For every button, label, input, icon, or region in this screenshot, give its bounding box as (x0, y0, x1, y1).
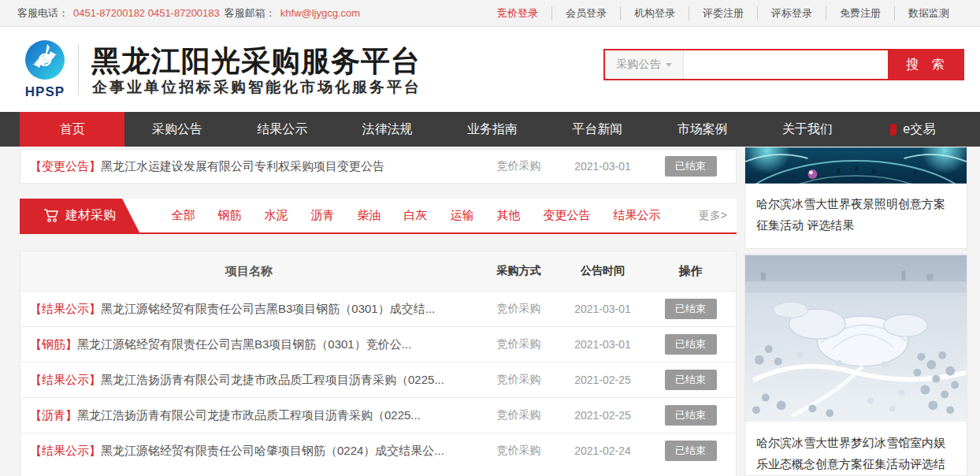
row-method: 竞价采购 (477, 444, 560, 458)
table-row[interactable]: 【结果公示】黑龙江源铭经贸有限责任公司哈肇项目钢筋（0224）成交结果公... … (20, 433, 736, 468)
more-link[interactable]: 更多> (699, 209, 727, 223)
row-title-text: 黑龙江源铭经贸有限责任公司哈肇项目钢筋（0224）成交结果公... (101, 444, 444, 457)
nav-label: 结果公示 (257, 121, 307, 138)
site-subtitle: 企事业单位招标采购智能化市场化服务平台 (92, 77, 421, 98)
tab-all[interactable]: 全部 (160, 208, 206, 223)
row-date: 2021-03-01 (560, 338, 645, 351)
status-badge[interactable]: 已结束 (665, 299, 717, 319)
row-title-text: 黑龙江浩扬沥青有限公司龙捷市政品质工程项目沥青采购（0225... (101, 373, 444, 386)
row-tag: 【钢筋】 (30, 337, 77, 351)
table-row[interactable]: 【沥青】黑龙江浩扬沥青有限公司龙捷市政品质工程项目沥青采购（0225... 竞价… (20, 397, 736, 433)
row-date: 2021-02-25 (560, 374, 645, 386)
link-bidding-login[interactable]: 竞价登录 (484, 6, 551, 20)
row-method: 竞价采购 (477, 337, 560, 351)
link-member-login[interactable]: 会员登录 (551, 6, 620, 20)
nav-label: 市场案例 (677, 121, 728, 138)
tab-asphalt[interactable]: 沥青 (299, 208, 346, 223)
main-nav: 首页 采购公告 结果公示 法律法规 业务指南 平台新闻 市场案例 关于我们 e交… (0, 112, 980, 147)
tab-lime[interactable]: 白灰 (392, 208, 439, 223)
site-logo[interactable]: HPSP (21, 38, 69, 100)
logo-icon (24, 38, 66, 80)
row-title[interactable]: 【钢筋】黑龙江源铭经贸有限责任公司吉黑B3项目钢筋（0301）竞价公... (20, 337, 477, 352)
col-header-action-label: 操作 (679, 264, 703, 279)
row-tag: 【结果公示】 (30, 444, 101, 457)
nav-item-platform-news[interactable]: 平台新闻 (545, 112, 650, 147)
nav-item-about-us[interactable]: 关于我们 (755, 112, 859, 147)
logo-divider (78, 43, 79, 95)
nav-item-business-guide[interactable]: 业务指南 (440, 112, 544, 147)
service-phone-label: 客服电话： (17, 6, 69, 20)
row-title[interactable]: 【结果公示】黑龙江源铭经贸有限责任公司哈肇项目钢筋（0224）成交结果公... (20, 444, 477, 459)
search-button[interactable]: 搜 索 (888, 50, 963, 79)
link-org-login[interactable]: 机构登录 (620, 6, 689, 20)
content-area: 【变更公告】黑龙江水运建设发展有限公司专利权采购项目变更公告 竞价采购 2021… (0, 147, 980, 476)
section-title: 建材采购 (65, 207, 116, 224)
row-tag: 【结果公示】 (30, 373, 101, 386)
topbar-contact: 客服电话： 0451-87200182 0451-87200183 客服邮箱： … (17, 6, 360, 20)
sidebar-news-card[interactable]: 哈尔滨冰雪大世界梦幻冰雪馆室内娱乐业态概念创意方案征集活动评选结果 (744, 254, 967, 476)
tab-transport[interactable]: 运输 (439, 208, 485, 223)
col-header-action: 操作 (645, 264, 736, 279)
ice-world-night-image (745, 147, 967, 184)
col-header-method: 采购方式 (477, 264, 560, 278)
notice-title[interactable]: 【变更公告】黑龙江水运建设发展有限公司专利权采购项目变更公告 (20, 159, 477, 174)
nav-label: 业务指南 (467, 121, 518, 138)
status-badge[interactable]: 已结束 (665, 370, 717, 390)
row-title[interactable]: 【结果公示】黑龙江源铭经贸有限责任公司吉黑B3项目钢筋（0301）成交结... (20, 302, 477, 317)
tab-rebar[interactable]: 钢筋 (206, 208, 253, 223)
tab-result-announcement[interactable]: 结果公示 (602, 208, 672, 223)
building-materials-section-header: 建材采购 全部 钢筋 水泥 沥青 柴油 白灰 运输 其他 变更公告 结果公示 更… (20, 199, 737, 234)
search-category-select[interactable]: 采购公告 (605, 50, 684, 79)
nav-item-home[interactable]: 首页 (20, 112, 124, 147)
nav-item-etrade[interactable]: e交易 (860, 112, 965, 147)
nav-label: e交易 (903, 121, 935, 138)
row-title-text: 黑龙江源铭经贸有限责任公司吉黑B3项目钢筋（0301）成交结... (101, 302, 435, 315)
logo-acronym: HPSP (21, 84, 69, 100)
sidebar-news-card[interactable]: 哈尔滨冰雪大世界夜景照明创意方案征集活动 评选结果 (744, 147, 967, 249)
row-title-text: 黑龙江浩扬沥青有限公司龙捷市政品质工程项目沥青采购（0225... (77, 408, 421, 422)
snow-world-aerial-image (745, 255, 967, 422)
cart-icon (43, 208, 59, 223)
search-input[interactable] (684, 50, 888, 79)
notice-row[interactable]: 【变更公告】黑龙江水运建设发展有限公司专利权采购项目变更公告 竞价采购 2021… (20, 149, 737, 184)
link-evaluation-login[interactable]: 评标登录 (757, 6, 826, 20)
tab-diesel[interactable]: 柴油 (346, 208, 392, 223)
sidebar-card-caption[interactable]: 哈尔滨冰雪大世界梦幻冰雪馆室内娱乐业态概念创意方案征集活动评选结果 (745, 422, 967, 476)
row-tag: 【沥青】 (30, 408, 77, 422)
link-data-monitor[interactable]: 数据监测 (894, 6, 963, 20)
service-email-link[interactable]: khfw@ljygcg.com (280, 7, 360, 19)
section-title-tab[interactable]: 建材采购 (20, 199, 139, 232)
nav-item-laws[interactable]: 法律法规 (335, 112, 440, 147)
row-title[interactable]: 【沥青】黑龙江浩扬沥青有限公司龙捷市政品质工程项目沥青采购（0225... (20, 408, 477, 423)
nav-label: 首页 (60, 121, 85, 138)
status-badge[interactable]: 已结束 (665, 156, 717, 177)
tab-cement[interactable]: 水泥 (253, 208, 299, 223)
row-title-text: 黑龙江源铭经贸有限责任公司吉黑B3项目钢筋（0301）竞价公... (77, 337, 411, 351)
search-box: 采购公告 搜 索 (603, 49, 964, 80)
section-filter-tabs: 全部 钢筋 水泥 沥青 柴油 白灰 运输 其他 变更公告 结果公示 (160, 208, 699, 223)
status-badge[interactable]: 已结束 (665, 405, 717, 426)
table-row[interactable]: 【钢筋】黑龙江源铭经贸有限责任公司吉黑B3项目钢筋（0301）竞价公... 竞价… (20, 326, 736, 362)
search-category-value: 采购公告 (617, 58, 661, 72)
status-badge[interactable]: 已结束 (665, 441, 717, 461)
table-row[interactable]: 【结果公示】黑龙江浩扬沥青有限公司龙捷市政品质工程项目沥青采购（0225... … (20, 362, 736, 397)
nav-item-procurement-notices[interactable]: 采购公告 (124, 112, 229, 147)
status-badge[interactable]: 已结束 (665, 334, 717, 355)
table-header-row: 项目名称 采购方式 公告时间 操作 (20, 251, 736, 291)
service-phone-numbers: 0451-87200182 0451-87200183 (73, 7, 220, 19)
row-date: 2021-02-25 (560, 409, 645, 422)
tab-change-notice[interactable]: 变更公告 (532, 208, 602, 223)
topbar-links: 竞价登录 会员登录 机构登录 评委注册 评标登录 免费注册 数据监测 (484, 6, 963, 20)
col-header-project-name: 项目名称 (20, 264, 477, 279)
tab-other[interactable]: 其他 (485, 208, 532, 223)
row-title[interactable]: 【结果公示】黑龙江浩扬沥青有限公司龙捷市政品质工程项目沥青采购（0225... (20, 373, 477, 388)
link-judge-register[interactable]: 评委注册 (689, 6, 757, 20)
site-header: HPSP 黑龙江阳光采购服务平台 企事业单位招标采购智能化市场化服务平台 采购公… (0, 28, 980, 112)
table-row[interactable]: 【结果公示】黑龙江源铭经贸有限责任公司吉黑B3项目钢筋（0301）成交结... … (20, 291, 736, 326)
row-method: 竞价采购 (477, 408, 560, 422)
nav-label: 关于我们 (782, 121, 833, 138)
nav-item-result-announcements[interactable]: 结果公示 (230, 112, 335, 147)
link-free-register[interactable]: 免费注册 (826, 6, 894, 20)
nav-item-market-cases[interactable]: 市场案例 (650, 112, 755, 147)
sidebar-card-caption[interactable]: 哈尔滨冰雪大世界夜景照明创意方案征集活动 评选结果 (745, 184, 967, 245)
